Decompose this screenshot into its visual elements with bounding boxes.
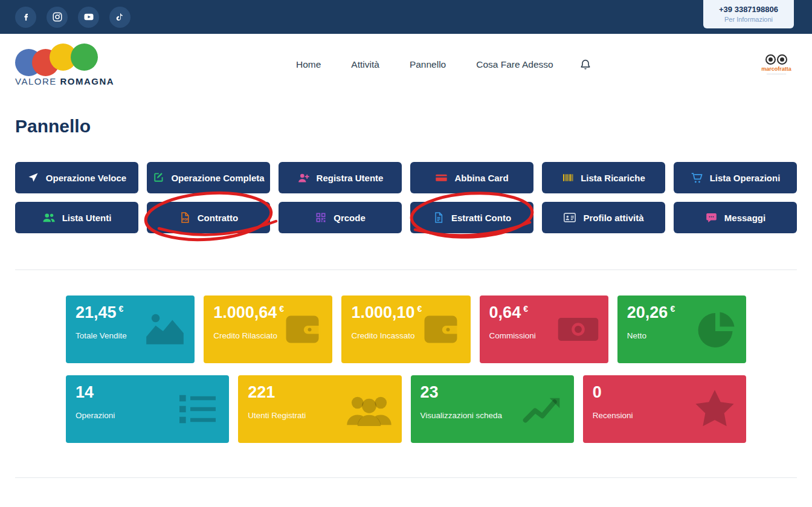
action-operazione-veloce[interactable]: Operazione Veloce xyxy=(15,162,138,193)
stats-section: 21,45€ Totale Vendite 1.000,64€ Credito … xyxy=(66,295,746,443)
nav-attivita[interactable]: Attività xyxy=(351,59,379,70)
edit-icon xyxy=(152,172,164,184)
chat-icon xyxy=(705,212,718,224)
action-lista-ricariche[interactable]: Lista Ricariche xyxy=(542,162,665,193)
stat-card-operazioni: 14 Operazioni xyxy=(66,375,229,443)
user-plus-icon xyxy=(297,172,310,184)
stat-card-credito-rilasciato: 1.000,64€ Credito Rilasciato xyxy=(204,295,332,363)
action-label: Profilo attività xyxy=(583,213,643,223)
document-icon xyxy=(433,212,445,224)
phone-number: +39 3387198806 xyxy=(714,5,783,14)
action-lista-operazioni[interactable]: Lista Operazioni xyxy=(674,162,797,193)
phone-subtitle: Per Informazioni xyxy=(714,16,783,23)
nav-home[interactable]: Home xyxy=(296,59,321,70)
facebook-icon[interactable] xyxy=(15,7,36,28)
pie-chart-icon xyxy=(695,308,739,351)
nav-cosa-fare-adesso[interactable]: Cosa Fare Adesso xyxy=(476,59,553,70)
svg-text:PDF: PDF xyxy=(182,218,188,221)
instagram-icon[interactable] xyxy=(47,7,68,28)
cart-icon xyxy=(691,172,703,184)
action-lista-utenti[interactable]: Lista Utenti xyxy=(15,202,138,233)
top-social-bar: +39 3387198806 Per Informazioni xyxy=(0,0,812,34)
brand-logo[interactable]: VALORE ROMAGNA xyxy=(15,44,145,86)
action-abbina-card[interactable]: Abbina Card xyxy=(410,162,533,193)
action-operazione-completa[interactable]: Operazione Completa xyxy=(147,162,270,193)
action-label: Lista Operazioni xyxy=(710,173,781,183)
action-label: Estratti Conto xyxy=(451,213,511,223)
partner-logo: marcofratta ───────── xyxy=(758,54,795,76)
brand-circles xyxy=(15,44,106,75)
stat-card-commissioni: 0,64€ Commissioni xyxy=(480,295,608,363)
list-icon xyxy=(173,385,222,433)
main-header: VALORE ROMAGNA Home Attività Pannello Co… xyxy=(0,34,812,95)
stat-card-totale-vendite: 21,45€ Totale Vendite xyxy=(66,295,195,363)
stat-card-recensioni: 0 Recensioni xyxy=(583,375,746,443)
action-row-2: Lista Utenti PDF Contratto Qrcode Estrat… xyxy=(15,202,797,233)
tiktok-icon[interactable] xyxy=(109,7,130,28)
action-label: Registra Utente xyxy=(317,173,384,183)
section-divider-bottom xyxy=(15,477,797,478)
barcode-icon xyxy=(562,172,574,184)
action-row-1: Operazione Veloce Operazione Completa Re… xyxy=(15,162,797,193)
action-registra-utente[interactable]: Registra Utente xyxy=(279,162,402,193)
wallet-icon xyxy=(420,308,463,351)
action-label: Messaggi xyxy=(724,213,765,223)
users-group-icon xyxy=(344,384,395,434)
contact-phone-box: +39 3387198806 Per Informazioni xyxy=(703,0,794,28)
action-label: Contratto xyxy=(198,213,239,223)
action-label: Operazione Veloce xyxy=(46,173,126,183)
pdf-icon: PDF xyxy=(179,212,191,224)
main-nav: Home Attività Pannello Cosa Fare Adesso xyxy=(296,59,553,70)
partner-name: marcofratta xyxy=(758,66,795,72)
action-label: Operazione Completa xyxy=(171,173,264,183)
glasses-icon xyxy=(758,54,795,65)
nav-pannello[interactable]: Pannello xyxy=(410,59,446,70)
action-label: Qrcode xyxy=(334,213,366,223)
notifications-bell-icon[interactable] xyxy=(579,58,592,71)
section-divider-top xyxy=(15,270,797,270)
action-button-grid: Operazione Veloce Operazione Completa Re… xyxy=(15,162,797,233)
stat-card-visualizzazioni-scheda: 23 Visualizzazioni scheda xyxy=(411,375,574,443)
action-contratto[interactable]: PDF Contratto xyxy=(147,202,270,233)
users-icon xyxy=(42,211,56,224)
stats-row-1: 21,45€ Totale Vendite 1.000,64€ Credito … xyxy=(66,295,746,363)
action-qrcode[interactable]: Qrcode xyxy=(279,202,402,233)
action-messaggi[interactable]: Messaggi xyxy=(674,202,797,233)
action-estratti-conto[interactable]: Estratti Conto xyxy=(410,202,533,233)
brand-circle-green xyxy=(71,44,98,71)
action-profilo-attivita[interactable]: Profilo attività xyxy=(542,202,665,233)
id-card-icon xyxy=(563,211,576,224)
banknote-icon xyxy=(555,306,601,352)
star-icon xyxy=(691,385,739,433)
stat-card-netto: 20,26€ Netto xyxy=(617,295,746,363)
action-label: Lista Ricariche xyxy=(581,173,645,183)
page-title: Pannello xyxy=(15,116,797,137)
stat-card-credito-incassato: 1.000,10€ Credito Incassato xyxy=(341,295,470,363)
brand-text: VALORE ROMAGNA xyxy=(15,76,145,86)
partner-subtitle: ───────── xyxy=(758,72,795,76)
stats-row-2: 14 Operazioni 221 Utenti Registrati 23 V… xyxy=(66,375,746,443)
line-chart-icon xyxy=(518,385,567,433)
wallet-icon xyxy=(282,308,325,351)
cursor-icon xyxy=(27,172,39,184)
action-label: Abbina Card xyxy=(454,173,508,183)
youtube-icon[interactable] xyxy=(78,7,99,28)
area-chart-icon xyxy=(143,307,187,352)
stat-card-utenti-registrati: 221 Utenti Registrati xyxy=(238,375,401,443)
qrcode-icon xyxy=(315,212,327,224)
action-label: Lista Utenti xyxy=(62,213,112,223)
credit-card-icon xyxy=(435,172,448,184)
